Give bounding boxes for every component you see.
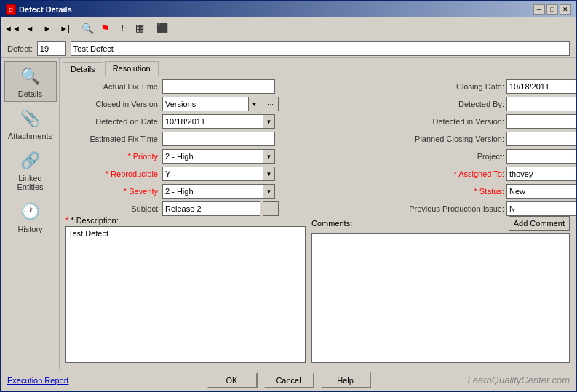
closed-in-version-select[interactable]: Versions ▼ [162, 97, 260, 111]
severity-select[interactable]: 2 - High ▼ [162, 184, 275, 199]
nav-next-button[interactable]: ► [39, 20, 55, 36]
find-button[interactable]: 🔍 [79, 20, 95, 36]
assigned-to-value: thovey [507, 169, 576, 178]
subject-row: Subject: Release 2 ··· [65, 201, 378, 216]
previous-production-issue-select[interactable]: N ▼ [506, 201, 576, 216]
closing-date-value: 10/18/2011 [507, 82, 576, 91]
detected-in-version-label: Detected in Version: [384, 117, 504, 126]
status-row: * Status: New ▼ [384, 184, 576, 199]
help-button[interactable]: Help [320, 372, 371, 388]
attachments-icon: 📎 [19, 107, 42, 130]
priority-value: 2 - High [163, 152, 263, 161]
previous-production-issue-row: Previous Production Issue: N ▼ [384, 201, 576, 216]
severity-arrow[interactable]: ▼ [263, 185, 274, 198]
title-bar-left: D Defect Details [6, 4, 72, 15]
tab-resolution[interactable]: Resolution [105, 61, 159, 76]
estimated-fix-time-input[interactable] [162, 132, 275, 146]
tabs: Details Resolution [60, 58, 576, 76]
detected-on-date-value: 10/18/2011 [163, 117, 263, 126]
assigned-to-select[interactable]: thovey [506, 167, 576, 181]
detected-on-date-row: Detected on Date: 10/18/2011 ▼ [65, 114, 378, 129]
nav-prev-button[interactable]: ◄ [22, 20, 38, 36]
maximize-button[interactable]: □ [546, 4, 558, 15]
actual-fix-time-input[interactable] [162, 79, 275, 94]
description-textarea[interactable]: Test Defect [65, 226, 306, 363]
detected-in-version-select[interactable] [506, 114, 576, 129]
status-value: New [507, 187, 576, 196]
form-col-right: Closing Date: 10/18/2011 ▼ Detected By: … [384, 79, 576, 216]
defect-details-window: D Defect Details ─ □ ✕ ◄◄ ◄ ► ►| 🔍 ⚑ ! ▦… [0, 0, 577, 392]
history-icon: 🕐 [19, 200, 42, 223]
closed-in-version-browse[interactable]: ··· [263, 97, 279, 111]
comments-label: Comments: [311, 219, 352, 228]
severity-value: 2 - High [163, 187, 263, 196]
alert-button[interactable]: ! [114, 20, 130, 36]
detected-on-date-arrow[interactable]: ▼ [263, 115, 274, 128]
description-area: * * Description: Test Defect [65, 216, 306, 363]
closing-date-select[interactable]: 10/18/2011 ▼ [506, 79, 576, 94]
subject-value: Release 2 [163, 204, 260, 213]
subject-label: Subject: [65, 204, 160, 213]
delete-button[interactable]: ⬛ [154, 20, 170, 36]
flag-button[interactable]: ⚑ [97, 20, 113, 36]
project-row: Project: ··· [384, 149, 576, 164]
content-area: Details Resolution Actual Fix Time: Clos… [60, 58, 576, 369]
title-bar-icon: D [6, 4, 16, 15]
status-label: * Status: [384, 187, 504, 196]
tab-details[interactable]: Details [63, 62, 103, 76]
title-bar: D Defect Details ─ □ ✕ [1, 1, 576, 17]
status-select[interactable]: New ▼ [506, 184, 576, 199]
sidebar-item-linked-entities[interactable]: 🔗 Linked Entities [4, 145, 57, 195]
priority-row: * Priority: 2 - High ▼ [65, 149, 378, 164]
reproducible-select[interactable]: Y ▼ [162, 167, 275, 181]
defect-id-input[interactable] [37, 41, 66, 56]
comments-textarea[interactable] [311, 233, 570, 363]
description-label: * * Description: [65, 216, 306, 225]
form-col-left: Actual Fix Time: Closed in Version: Vers… [65, 79, 378, 216]
main-area: 🔍 Details 📎 Attachments 🔗 Linked Entitie… [1, 58, 576, 369]
closing-date-row: Closing Date: 10/18/2011 ▼ [384, 79, 576, 94]
cancel-button[interactable]: Cancel [263, 372, 314, 388]
detected-on-date-select[interactable]: 10/18/2011 ▼ [162, 114, 275, 129]
minimize-button[interactable]: ─ [533, 4, 545, 15]
form-rows-top: Actual Fix Time: Closed in Version: Vers… [60, 76, 576, 216]
sidebar-item-attachments[interactable]: 📎 Attachments [4, 103, 57, 144]
lower-area: * * Description: Test Defect Comments: A… [60, 216, 576, 369]
priority-select[interactable]: 2 - High ▼ [162, 149, 275, 164]
detected-in-version-row: Detected in Version: ··· [384, 114, 576, 129]
planned-closing-version-select[interactable] [506, 132, 576, 146]
watermark-text: LearnQualityCenter.com [468, 375, 570, 385]
close-button[interactable]: ✕ [560, 4, 571, 15]
severity-label: * Severity: [65, 187, 160, 196]
assigned-to-row: * Assigned To: thovey ▤ ▼ [384, 167, 576, 181]
nav-first-button[interactable]: ◄◄ [4, 20, 20, 36]
planned-closing-version-label: Planned Closing Version: [384, 135, 504, 143]
toolbar-separator-2 [151, 22, 151, 35]
nav-last-button[interactable]: ►| [57, 20, 73, 36]
project-select[interactable] [506, 149, 576, 164]
add-comment-button[interactable]: Add Comment [509, 216, 570, 231]
estimated-fix-time-row: Estimated Fix Time: [65, 132, 378, 146]
priority-arrow[interactable]: ▼ [263, 150, 274, 163]
grid-button[interactable]: ▦ [132, 20, 148, 36]
subject-select[interactable]: Release 2 [162, 201, 260, 216]
actual-fix-time-label: Actual Fix Time: [65, 82, 160, 91]
ok-button[interactable]: OK [207, 372, 258, 388]
subject-browse[interactable]: ··· [263, 201, 279, 216]
closed-in-version-label: Closed in Version: [65, 100, 160, 108]
reproducible-label: * Reproducible: [65, 169, 160, 178]
closed-in-version-arrow[interactable]: ▼ [248, 97, 260, 111]
detected-by-row: Detected By: ▼ [384, 97, 576, 111]
reproducible-arrow[interactable]: ▼ [263, 167, 274, 180]
title-bar-controls: ─ □ ✕ [533, 4, 571, 15]
actual-fix-time-row: Actual Fix Time: [65, 79, 378, 94]
sidebar-item-history[interactable]: 🕐 History [4, 196, 57, 237]
defect-name-input[interactable] [71, 41, 570, 56]
detected-by-select[interactable]: ▼ [506, 97, 576, 111]
previous-production-issue-value: N [507, 204, 576, 213]
execution-report-link[interactable]: Execution Report [7, 376, 68, 385]
sidebar-label-attachments: Attachments [8, 132, 52, 140]
sidebar-item-details[interactable]: 🔍 Details [4, 61, 57, 102]
detected-on-date-label: Detected on Date: [65, 117, 160, 126]
sidebar-label-details: Details [18, 89, 43, 98]
